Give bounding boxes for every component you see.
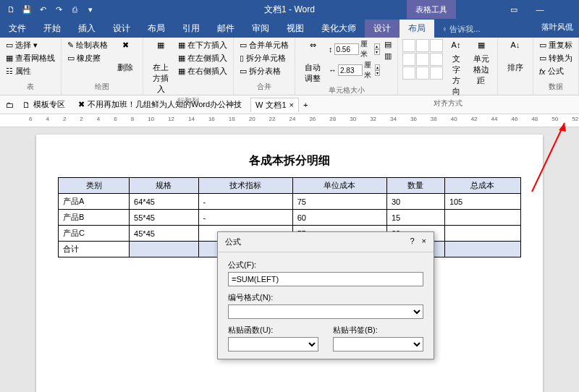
table-cell[interactable]: 75 xyxy=(292,194,386,210)
table-cell[interactable] xyxy=(444,242,520,257)
tab-table-layout[interactable]: 布局 xyxy=(400,20,434,38)
number-format-select[interactable] xyxy=(228,304,423,319)
table-cell[interactable] xyxy=(444,226,520,242)
tab-file[interactable]: 文件 xyxy=(0,20,35,38)
doctab-close-icon[interactable]: × xyxy=(290,101,294,109)
tab-references[interactable]: 引用 xyxy=(174,20,208,38)
align-tc[interactable] xyxy=(416,39,429,52)
tab-design[interactable]: 设计 xyxy=(104,20,139,38)
tab-table-design[interactable]: 设计 xyxy=(365,20,400,38)
delete-button[interactable]: ✖ 删除 xyxy=(112,39,138,74)
align-br[interactable] xyxy=(430,67,443,80)
sort-button[interactable]: A↓ 排序 xyxy=(502,39,528,74)
align-ml[interactable] xyxy=(402,53,415,66)
table-cell[interactable]: 45*45 xyxy=(130,226,198,242)
width-up[interactable]: ▴ xyxy=(375,64,380,70)
insert-left-button[interactable]: ▦ 在左侧插入 xyxy=(177,52,229,64)
doctab-templates[interactable]: 🗋 模板专区 xyxy=(18,98,69,111)
tab-view[interactable]: 视图 xyxy=(278,20,313,38)
minimize-icon[interactable]: — xyxy=(527,0,553,19)
table-header[interactable]: 技术指标 xyxy=(198,178,292,194)
align-bl[interactable] xyxy=(402,67,415,80)
table-row[interactable]: 产品B55*45-6015 xyxy=(59,210,521,226)
paste-function-select[interactable] xyxy=(228,337,318,351)
redo-icon[interactable]: ↷ xyxy=(54,4,64,14)
draw-table-button[interactable]: ✎ 绘制表格 xyxy=(66,39,109,51)
cell-margins-button[interactable]: ▦ 单元格边距 xyxy=(469,39,493,88)
dialog-close-icon[interactable]: × xyxy=(422,237,426,247)
table-header[interactable]: 单位成本 xyxy=(292,178,386,194)
distribute-rows-button[interactable]: ▤ xyxy=(383,39,393,50)
tell-me[interactable]: ♀ 告诉我... xyxy=(434,21,487,38)
table-cell[interactable]: 55*45 xyxy=(130,210,198,226)
repeat-header-button[interactable]: ▭ 重复标 xyxy=(538,39,574,51)
tab-insert[interactable]: 插入 xyxy=(69,20,104,38)
row-height-spinner[interactable]: ↕ 厘米 ▴▾ xyxy=(329,39,380,59)
properties-button[interactable]: ☷ 属性 xyxy=(4,65,56,77)
qat-more-icon[interactable]: ▾ xyxy=(85,4,96,14)
tab-layout[interactable]: 布局 xyxy=(139,20,174,38)
col-width-spinner[interactable]: ↔ 厘米 ▴▾ xyxy=(329,60,380,80)
col-width-input[interactable] xyxy=(338,64,363,76)
dialog-help-icon[interactable]: ? xyxy=(410,237,414,247)
convert-button[interactable]: ▭ 转换为 xyxy=(538,52,574,64)
view-gridlines-button[interactable]: ▦ 查看网格线 xyxy=(4,52,56,64)
save-icon[interactable]: 💾 xyxy=(22,4,32,14)
text-direction-button[interactable]: A↕ 文字方向 xyxy=(446,39,466,98)
paste-bookmark-select[interactable] xyxy=(333,337,423,351)
table-cell[interactable]: 产品B xyxy=(59,210,130,226)
tab-review[interactable]: 审阅 xyxy=(243,20,278,38)
height-down[interactable]: ▾ xyxy=(374,49,381,55)
tab-beautify[interactable]: 美化大师 xyxy=(313,20,365,38)
split-cells-button[interactable]: ▯ 拆分单元格 xyxy=(238,52,290,64)
dialog-titlebar[interactable]: 公式 ? × xyxy=(218,232,434,252)
table-cell[interactable]: 产品C xyxy=(59,226,130,242)
table-cell[interactable]: 15 xyxy=(386,210,444,226)
formula-button[interactable]: fx 公式 xyxy=(538,65,574,77)
align-mr[interactable] xyxy=(430,53,443,66)
nav-folder-icon[interactable]: 🗀 xyxy=(6,101,14,109)
tab-mailings[interactable]: 邮件 xyxy=(208,20,243,38)
table-cell[interactable] xyxy=(444,210,520,226)
insert-right-button[interactable]: ▦ 在右侧插入 xyxy=(177,65,229,77)
tab-home[interactable]: 开始 xyxy=(35,20,69,38)
align-mc[interactable] xyxy=(416,53,429,66)
select-button[interactable]: ▭ 选择 ▾ xyxy=(4,39,56,51)
height-up[interactable]: ▴ xyxy=(374,43,381,49)
table-cell[interactable]: 30 xyxy=(386,194,444,210)
table-cell[interactable]: 60 xyxy=(292,210,386,226)
new-doc-icon[interactable]: 🗋 xyxy=(6,4,16,14)
insert-above-button[interactable]: ▦ 在上方插入 xyxy=(148,39,174,96)
table-header[interactable]: 总成本 xyxy=(444,178,520,194)
width-down[interactable]: ▾ xyxy=(375,70,380,76)
table-cell[interactable]: 105 xyxy=(444,194,520,210)
table-row[interactable]: 产品A64*45-7530105 xyxy=(59,194,521,210)
table-cell[interactable]: 64*45 xyxy=(130,194,198,210)
table-header[interactable]: 数量 xyxy=(386,178,444,194)
table-header[interactable]: 类别 xyxy=(59,178,130,194)
add-tab-button[interactable]: + xyxy=(303,101,308,109)
distribute-cols-button[interactable]: ▥ xyxy=(383,51,393,61)
table-header[interactable]: 规格 xyxy=(130,178,198,194)
undo-icon[interactable]: ↶ xyxy=(38,4,48,14)
user-name[interactable]: 落叶风侃 xyxy=(541,22,573,33)
table-cell[interactable]: 产品A xyxy=(59,194,130,210)
align-tl[interactable] xyxy=(402,39,415,52)
table-cell[interactable]: - xyxy=(198,210,292,226)
align-bc[interactable] xyxy=(416,67,429,80)
row-height-input[interactable] xyxy=(334,43,359,55)
split-table-button[interactable]: ▭ 拆分表格 xyxy=(238,65,290,77)
close-icon[interactable] xyxy=(553,0,579,19)
merge-cells-button[interactable]: ▭ 合并单元格 xyxy=(238,39,290,51)
print-icon[interactable]: ⎙ xyxy=(69,4,80,14)
autofit-button[interactable]: ⇔ 自动调整 xyxy=(300,39,326,85)
table-cell[interactable]: - xyxy=(198,194,292,210)
eraser-button[interactable]: ▭ 橡皮擦 xyxy=(66,52,109,64)
align-tr[interactable] xyxy=(430,39,443,52)
table-cell[interactable] xyxy=(130,242,198,257)
table-cell[interactable]: 合计 xyxy=(59,242,130,257)
horizontal-ruler[interactable]: 6422468101214161820222426283032343638404… xyxy=(0,114,579,127)
insert-below-button[interactable]: ▦ 在下方插入 xyxy=(177,39,229,51)
formula-input[interactable] xyxy=(228,272,423,286)
doctab-doc1[interactable]: W 文档1 × xyxy=(250,98,299,112)
